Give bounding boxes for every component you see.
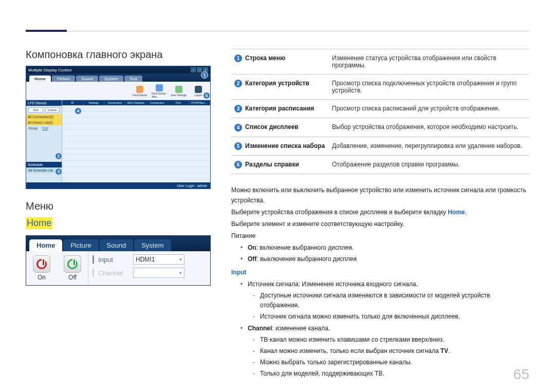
page-number: 65	[513, 366, 529, 383]
legend-badge: 4	[234, 124, 242, 132]
power-off-button[interactable]: Off	[57, 251, 88, 285]
legend-desc: Просмотр списка расписаний для устройств…	[329, 100, 529, 118]
sidebar-item-group[interactable]: Group Edit	[26, 125, 62, 131]
legend-desc: Отображение разделов справки программы.	[329, 155, 529, 174]
tab-sound[interactable]: Sound	[76, 76, 98, 82]
legend-label: Категория устройств	[245, 80, 309, 87]
table-row: 4Список дисплеев Выбор устройства отобра…	[231, 118, 529, 137]
keyword-tv: TV	[440, 347, 448, 354]
sidebar-item-all-devices[interactable]: All Device List(0)	[26, 120, 62, 125]
app-menu-tabs: Home Picture Sound System Tool	[26, 73, 210, 82]
table-row: 1Строка меню Изменение статуса устройств…	[231, 49, 529, 74]
para-power: Питание	[231, 231, 529, 241]
home-tab-home[interactable]: Home	[29, 239, 62, 251]
legend-desc: Добавление, изменение, перегруппировка и…	[329, 137, 529, 155]
list-item: Off: выключение выбранного дисплея	[240, 254, 529, 264]
para: Выберите устройства отображения в списке…	[231, 208, 529, 217]
chevron-down-icon: ▾	[179, 257, 182, 262]
sidebar-delete-button[interactable]: Delete	[45, 107, 60, 113]
toolbar-user-settings[interactable]: User Settings	[171, 83, 187, 99]
home-tab-picture[interactable]: Picture	[63, 239, 98, 251]
tab-tool[interactable]: Tool	[124, 76, 142, 82]
menu-description: Можно включить или выключить выбранное у…	[231, 185, 529, 379]
keyword-channel: Channel	[248, 325, 272, 332]
home-tab-system[interactable]: System	[134, 239, 171, 251]
list-item: Можно выбрать только зарегистрированные …	[253, 358, 529, 367]
list-item: ТВ-канал можно изменить клавишами со стр…	[253, 335, 529, 345]
chevron-down-icon: ▾	[179, 270, 182, 275]
badge-1: 1	[201, 71, 208, 79]
power-on-button[interactable]: On	[26, 251, 57, 285]
badge-6: 6	[210, 78, 211, 85]
window-max-icon[interactable]: □	[197, 67, 202, 72]
toolbar-fault-device[interactable]: Fault Device	[132, 83, 147, 99]
tab-system[interactable]: System	[99, 76, 123, 82]
legend-label: Разделы справки	[245, 161, 299, 168]
legend-label: Список дисплеев	[245, 123, 299, 130]
section-title-menu: Меню	[26, 200, 211, 212]
keyword-off: Off	[248, 255, 256, 263]
sidebar-group-edit-link[interactable]: Edit	[42, 126, 48, 130]
home-screenshot: Home Picture Sound System On Off	[26, 235, 211, 286]
table-row: 3Категория расписания Просмотр списка ра…	[231, 100, 529, 118]
home-tabs: Home Picture Sound System	[26, 236, 210, 251]
app-title: Multiple Display Control	[28, 68, 71, 72]
legend-label: Строка меню	[245, 54, 285, 62]
badge-4: 4	[75, 107, 82, 115]
toolbar-fault-alert[interactable]: Fault Device Alert	[152, 83, 167, 99]
tab-picture[interactable]: Picture	[52, 76, 75, 82]
keyword-home: Home	[448, 209, 465, 216]
list-item: Channel: изменение канала. ТВ-канал можн…	[240, 324, 529, 379]
grid-header: ID Settings Connection Status MAC Addres…	[62, 100, 210, 105]
app-toolbar: Fault Device Fault Device Alert User Set…	[26, 82, 210, 100]
table-row: 5Изменение списка набора Добавление, изм…	[231, 137, 529, 155]
input-label: Input	[98, 256, 129, 264]
legend-desc: Изменение статуса устройства отображения…	[329, 49, 529, 74]
list-item: On: включение выбранного дисплея.	[240, 243, 529, 253]
sidebar-add-button[interactable]: Add	[28, 107, 43, 113]
badge-3: 3	[55, 168, 62, 175]
legend-badge: 5	[234, 142, 242, 150]
legend-desc: Выбор устройства отображения, которое не…	[329, 118, 529, 137]
table-row: 2Категория устройств Просмотр списка под…	[231, 74, 529, 100]
channel-label: Channel	[98, 269, 129, 277]
divider-icon	[92, 255, 94, 264]
para: Выберите элемент и измените соответствую…	[231, 219, 529, 229]
divider-icon	[92, 269, 94, 277]
sidebar-item-all-connection[interactable]: All Connection(0)	[26, 114, 62, 120]
sidebar-section-lfd: LFD Device	[26, 100, 62, 106]
app-screenshot: 1 6 5 4 2 3 Multiple Display Control – □…	[26, 66, 211, 189]
badge-2: 2	[55, 153, 62, 160]
section-title-layout: Компоновка главного экрана	[26, 49, 211, 61]
badge-5: 5	[203, 92, 210, 99]
power-off-icon	[64, 255, 81, 273]
legend-badge: 1	[234, 54, 242, 62]
list-item: Доступные источники сигнала изменяются в…	[253, 291, 529, 310]
legend-label: Категория расписания	[245, 105, 314, 112]
subsection-home: Home	[26, 217, 52, 229]
power-on-icon	[33, 255, 50, 273]
legend-label: Изменение списка набора	[245, 142, 325, 150]
legend-desc: Просмотр списка подключенных устройств о…	[329, 74, 529, 100]
keyword-input: Input	[231, 269, 246, 276]
legend-table: 1Строка меню Изменение статуса устройств…	[231, 49, 529, 174]
legend-badge: 6	[234, 161, 242, 169]
sidebar-section-schedule: Schedule	[26, 162, 62, 167]
header-rule	[26, 31, 529, 31]
keyword-on: On	[248, 244, 256, 251]
list-item: Источник сигнала можно изменить только д…	[253, 312, 529, 322]
device-grid: ID Settings Connection Status MAC Addres…	[62, 100, 210, 182]
tab-home[interactable]: Home	[29, 76, 51, 82]
window-min-icon[interactable]: –	[191, 67, 196, 72]
legend-badge: 2	[234, 80, 242, 87]
table-row: 6Разделы справки Отображение разделов сп…	[231, 155, 529, 174]
home-tab-sound[interactable]: Sound	[100, 239, 134, 251]
list-item: Канал можно изменить, только если выбран…	[253, 346, 529, 356]
header-accent	[26, 30, 67, 32]
app-statusbar: User Login : admin	[26, 182, 210, 189]
legend-badge: 3	[234, 105, 242, 113]
input-select[interactable]: HDMI1 ▾	[133, 254, 184, 265]
list-item: Источник сигнала: Изменение источника вх…	[240, 279, 529, 322]
para: Можно включить или выключить выбранное у…	[231, 185, 529, 205]
channel-select[interactable]: ▾	[133, 268, 184, 278]
